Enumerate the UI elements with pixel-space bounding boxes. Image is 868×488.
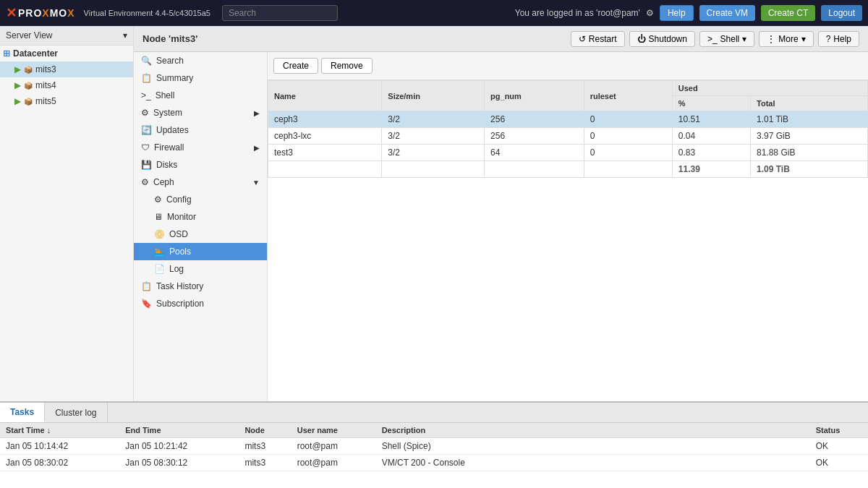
- shell-button[interactable]: >_ Shell ▾: [699, 31, 754, 47]
- user-label: You are logged in as 'root@pam': [515, 8, 640, 18]
- cell-desc: Shell (Spice): [376, 438, 810, 455]
- nav-item-task-history[interactable]: 📋 Task History: [134, 278, 267, 295]
- bottom-tabs: Tasks Cluster log: [0, 403, 868, 423]
- col-size-min: Size/min: [382, 81, 485, 111]
- sidebar-tree: ⊞ Datacenter ▶ 📦 mits3 ▶ 📦 mits4 ▶ 📦 mit…: [0, 46, 133, 401]
- restart-button[interactable]: ↺ Restart: [571, 31, 625, 47]
- nav-item-disks[interactable]: 💾 Disks: [134, 156, 267, 174]
- nav-item-shell[interactable]: >_ Shell: [134, 87, 267, 104]
- gear-icon[interactable]: ⚙: [646, 8, 654, 18]
- nav-item-system[interactable]: ⚙ System ▶: [134, 104, 267, 121]
- cell-node: mits3: [239, 455, 291, 471]
- config-icon: ⚙: [154, 194, 162, 205]
- sidebar-view-label: Server View: [6, 30, 52, 40]
- nav-item-search[interactable]: 🔍 Search: [134, 52, 267, 69]
- cell-pg-num: 256: [485, 128, 584, 145]
- nav-item-subscription[interactable]: 🔖 Subscription: [134, 295, 267, 312]
- cell-size-min: 3/2: [382, 111, 485, 128]
- logout-button[interactable]: Logout: [821, 5, 862, 21]
- nav-item-updates[interactable]: 🔄 Updates: [134, 121, 267, 139]
- cell-pct: 0.83: [672, 145, 750, 161]
- node-title: Node 'mits3': [142, 33, 197, 44]
- navbar-help-button[interactable]: Help: [660, 5, 694, 21]
- osd-icon: 📀: [154, 229, 165, 239]
- log-icon: 📄: [154, 264, 165, 274]
- tab-cluster-log[interactable]: Cluster log: [45, 403, 107, 422]
- list-item[interactable]: Jan 05 08:30:02 Jan 05 08:30:12 mits3 ro…: [0, 455, 868, 471]
- list-item[interactable]: Jan 05 10:14:42 Jan 05 10:21:42 mits3 ro…: [0, 438, 868, 455]
- sidebar-header: Server View ▾: [0, 26, 133, 46]
- cell-pg-num: 64: [485, 145, 584, 161]
- task-history-icon: 📋: [141, 281, 152, 291]
- remove-pool-button[interactable]: Remove: [321, 58, 373, 74]
- brand-x: ✕: [6, 5, 17, 21]
- table-total-row: 11.39 1.09 TiB: [268, 161, 868, 178]
- node-mits3-icon: ▶: [14, 64, 21, 74]
- sidebar-dropdown-icon[interactable]: ▾: [123, 30, 127, 40]
- col-name: Name: [268, 81, 382, 111]
- cell-desc: VM/CT 200 - Console: [376, 455, 810, 471]
- cell-pct: 10.51: [672, 111, 750, 128]
- brand-text: PROXMOX: [18, 7, 75, 19]
- nav-item-summary[interactable]: 📋 Summary: [134, 69, 267, 87]
- tasks-col-start_time: Start Time ↓: [0, 423, 119, 438]
- nav-item-firewall[interactable]: 🛡 Firewall ▶: [134, 139, 267, 156]
- sidebar-item-mits3[interactable]: ▶ 📦 mits3: [0, 61, 133, 77]
- cell-size-min: 3/2: [382, 145, 485, 161]
- content-help-button[interactable]: ? Help: [818, 31, 859, 47]
- cell-user: root@pam: [292, 455, 376, 471]
- nav-item-pools[interactable]: 🏊 Pools: [134, 243, 267, 260]
- sidebar-item-mits4[interactable]: ▶ 📦 mits4: [0, 77, 133, 93]
- table-row[interactable]: test3 3/2 64 0 0.83 81.88 GiB: [268, 145, 868, 161]
- header-actions: ↺ Restart ⏻ Shutdown >_ Shell ▾ ⋮ More ▾: [571, 31, 859, 47]
- system-icon: ⚙: [141, 108, 149, 118]
- shell-dropdown-icon: ▾: [742, 34, 746, 44]
- table-row[interactable]: ceph3-lxc 3/2 256 0 0.04 3.97 GiB: [268, 128, 868, 145]
- cell-status: OK: [810, 455, 868, 471]
- firewall-icon: 🛡: [141, 142, 150, 153]
- disks-icon: 💾: [141, 160, 152, 170]
- more-dropdown-icon: ▾: [801, 34, 806, 44]
- navbar-search-container: [222, 5, 338, 21]
- nav-item-monitor[interactable]: 🖥 Monitor: [134, 208, 267, 226]
- content-header: Node 'mits3' ↺ Restart ⏻ Shutdown >_ She…: [134, 26, 868, 52]
- cell-name: ceph3: [268, 111, 382, 128]
- more-button[interactable]: ⋮ More ▾: [759, 31, 813, 47]
- sidebar-item-mits5[interactable]: ▶ 📦 mits5: [0, 93, 133, 109]
- cell-status: OK: [810, 438, 868, 455]
- main-area: Server View ▾ ⊞ Datacenter ▶ 📦 mits3 ▶ 📦…: [0, 26, 868, 401]
- used-header: Used: [672, 81, 867, 96]
- sidebar: Server View ▾ ⊞ Datacenter ▶ 📦 mits3 ▶ 📦…: [0, 26, 134, 401]
- cell-ruleset: 0: [584, 128, 672, 145]
- col-total: Total: [751, 96, 868, 111]
- navbar-version: Virtual Environment 4.4-5/c43015a5: [84, 9, 210, 17]
- cell-pg-num: 256: [485, 111, 584, 128]
- nav-item-ceph[interactable]: ⚙ Ceph ▼: [134, 174, 267, 191]
- navbar-search-input[interactable]: [222, 5, 338, 21]
- server-icon: ⊞: [3, 48, 10, 59]
- content: Node 'mits3' ↺ Restart ⏻ Shutdown >_ She…: [134, 26, 868, 401]
- cell-end-time: Jan 05 10:21:42: [119, 438, 239, 455]
- more-icon: ⋮: [767, 34, 775, 44]
- monitor-icon: 🖥: [154, 212, 163, 222]
- ceph-arrow-icon: ▼: [252, 179, 260, 187]
- nav-item-config[interactable]: ⚙ Config: [134, 191, 267, 208]
- tab-tasks[interactable]: Tasks: [0, 403, 45, 422]
- brand: ✕ PROXMOX: [6, 5, 75, 21]
- firewall-arrow-icon: ▶: [254, 144, 260, 152]
- nav-item-log[interactable]: 📄 Log: [134, 260, 267, 278]
- tasks-col-status: Status: [810, 423, 868, 438]
- total-size: 1.09 TiB: [751, 161, 868, 178]
- bottom-panel: Tasks Cluster log Start Time ↓End TimeNo…: [0, 401, 868, 488]
- subscription-icon: 🔖: [141, 299, 152, 309]
- table-row[interactable]: ceph3 3/2 256 0 10.51 1.01 TiB: [268, 111, 868, 128]
- nav-item-osd[interactable]: 📀 OSD: [134, 226, 267, 243]
- navbar-right: You are logged in as 'root@pam' ⚙ Help C…: [515, 5, 862, 21]
- shutdown-button[interactable]: ⏻ Shutdown: [629, 31, 695, 47]
- tasks-col-description: Description: [376, 423, 810, 438]
- create-pool-button[interactable]: Create: [273, 58, 318, 74]
- create-vm-button[interactable]: Create VM: [699, 5, 755, 21]
- cell-ruleset: 0: [584, 111, 672, 128]
- create-ct-button[interactable]: Create CT: [761, 5, 815, 21]
- sidebar-item-datacenter[interactable]: ⊞ Datacenter: [0, 46, 133, 61]
